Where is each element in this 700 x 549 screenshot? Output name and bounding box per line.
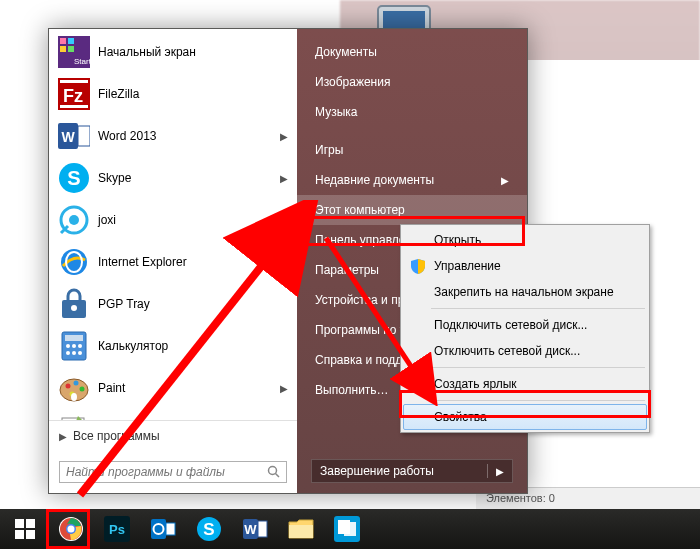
app-label: PGP Tray xyxy=(98,297,150,311)
svg-point-31 xyxy=(66,351,70,355)
svg-rect-7 xyxy=(60,46,66,52)
svg-rect-15 xyxy=(78,126,90,146)
rmenu-label: Изображения xyxy=(315,75,390,89)
app-label: Word 2013 xyxy=(98,129,156,143)
svg-rect-12 xyxy=(60,80,88,83)
taskbar-app[interactable] xyxy=(325,511,369,547)
app-item-6[interactable]: PGP Tray xyxy=(51,283,295,325)
chevron-right-icon: ▶ xyxy=(501,175,509,186)
svg-rect-59 xyxy=(258,521,267,537)
chevron-right-icon: ▶ xyxy=(280,383,288,394)
app-label: Paint xyxy=(98,381,125,395)
rmenu-item-1[interactable]: Изображения xyxy=(297,67,527,97)
start-tile-icon: Start xyxy=(58,36,90,68)
ctx-item-0[interactable]: Открыть xyxy=(403,227,647,253)
all-programs[interactable]: ▶ Все программы xyxy=(49,420,297,451)
ctx-item-9[interactable]: Свойства xyxy=(403,404,647,430)
rmenu-label: Музыка xyxy=(315,105,357,119)
ctx-label: Отключить сетевой диск... xyxy=(434,344,580,358)
svg-point-30 xyxy=(78,344,82,348)
svg-rect-64 xyxy=(338,520,350,534)
taskbar-explorer[interactable] xyxy=(279,511,323,547)
rmenu-label: Этот компьютер xyxy=(315,203,405,217)
app-label: Internet Explorer xyxy=(98,255,187,269)
ctx-label: Закрепить на начальном экране xyxy=(434,285,614,299)
app-item-4[interactable]: joxi xyxy=(51,199,295,241)
ctx-item-2[interactable]: Закрепить на начальном экране xyxy=(403,279,647,305)
svg-rect-43 xyxy=(15,519,24,528)
svg-point-33 xyxy=(78,351,82,355)
svg-point-41 xyxy=(269,467,277,475)
app-item-3[interactable]: SSkype▶ xyxy=(51,157,295,199)
app-item-7[interactable]: Калькулятор xyxy=(51,325,295,367)
taskbar-chrome[interactable] xyxy=(49,511,93,547)
app-list: StartНачальный экранFzFileZillaWWord 201… xyxy=(49,29,297,420)
app-item-8[interactable]: Paint▶ xyxy=(51,367,295,409)
app-item-9[interactable]: Notepad++▶ xyxy=(51,409,295,420)
ctx-item-5[interactable]: Отключить сетевой диск... xyxy=(403,338,647,364)
svg-point-28 xyxy=(66,344,70,348)
taskbar-skype[interactable]: S xyxy=(187,511,231,547)
context-menu: ОткрытьУправлениеЗакрепить на начальном … xyxy=(400,224,650,433)
taskbar: Ps S W xyxy=(0,509,700,549)
rmenu-item-5[interactable]: Недавние документы▶ xyxy=(297,165,527,195)
svg-text:Ps: Ps xyxy=(109,522,125,537)
rmenu-label: Выполнить… xyxy=(315,383,389,397)
ctx-label: Управление xyxy=(434,259,501,273)
rmenu-item-4[interactable]: Игры xyxy=(297,135,527,165)
ctx-item-4[interactable]: Подключить сетевой диск... xyxy=(403,312,647,338)
calc-icon xyxy=(58,330,90,362)
svg-text:S: S xyxy=(203,520,214,539)
app-item-2[interactable]: WWord 2013▶ xyxy=(51,115,295,157)
svg-point-25 xyxy=(71,305,77,311)
svg-rect-5 xyxy=(60,38,66,44)
app-label: joxi xyxy=(98,213,116,227)
search-input[interactable] xyxy=(59,461,287,483)
svg-point-36 xyxy=(74,381,79,386)
ctx-item-7[interactable]: Создать ярлык xyxy=(403,371,647,397)
svg-point-50 xyxy=(68,526,75,533)
search-icon xyxy=(267,465,281,476)
app-label: Калькулятор xyxy=(98,339,168,353)
paint-icon xyxy=(58,372,90,404)
chevron-right-icon: ▶ xyxy=(280,131,288,142)
ctx-item-1[interactable]: Управление xyxy=(403,253,647,279)
joxi-icon xyxy=(58,204,90,236)
rmenu-item-0[interactable]: Документы xyxy=(297,37,527,67)
svg-line-42 xyxy=(276,474,280,478)
svg-rect-45 xyxy=(15,530,24,539)
word-icon: W xyxy=(58,120,90,152)
taskbar-word[interactable]: W xyxy=(233,511,277,547)
app-item-5[interactable]: Internet Explorer▶ xyxy=(51,241,295,283)
filezilla-icon: Fz xyxy=(58,78,90,110)
ie-icon xyxy=(58,246,90,278)
svg-text:W: W xyxy=(244,522,257,537)
svg-point-35 xyxy=(66,384,71,389)
rmenu-item-6[interactable]: Этот компьютер xyxy=(297,195,527,225)
chevron-right-icon: ▶ xyxy=(280,257,288,268)
app-label: FileZilla xyxy=(98,87,139,101)
svg-rect-46 xyxy=(26,530,35,539)
app-item-1[interactable]: FzFileZilla xyxy=(51,73,295,115)
app-item-0[interactable]: StartНачальный экран xyxy=(51,31,295,73)
pgp-icon xyxy=(58,288,90,320)
taskbar-photoshop[interactable]: Ps xyxy=(95,511,139,547)
chevron-right-icon: ▶ xyxy=(280,173,288,184)
ctx-label: Создать ярлык xyxy=(434,377,517,391)
start-button[interactable] xyxy=(3,511,47,547)
svg-rect-8 xyxy=(68,46,74,52)
svg-rect-54 xyxy=(166,523,175,535)
svg-rect-13 xyxy=(60,105,88,108)
svg-rect-61 xyxy=(289,525,313,538)
shutdown-button[interactable]: Завершение работы▶ xyxy=(311,459,513,483)
rmenu-label: Документы xyxy=(315,45,377,59)
rmenu-label: Недавние документы xyxy=(315,173,434,187)
rmenu-label: Игры xyxy=(315,143,343,157)
ctx-label: Подключить сетевой диск... xyxy=(434,318,587,332)
ctx-label: Открыть xyxy=(434,233,481,247)
app-label: Skype xyxy=(98,171,131,185)
svg-text:Start: Start xyxy=(74,57,90,66)
chevron-right-icon: ▶ xyxy=(496,466,504,477)
rmenu-item-2[interactable]: Музыка xyxy=(297,97,527,127)
taskbar-outlook[interactable] xyxy=(141,511,185,547)
